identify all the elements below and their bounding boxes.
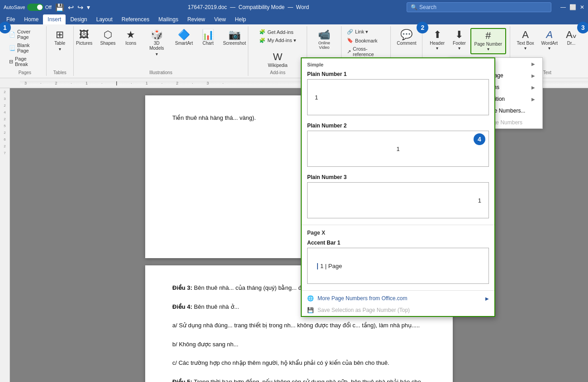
table-btn[interactable]: ⊞ Table ▾ [50,28,69,53]
wikipedia-icon: W [273,52,283,62]
autosave-area: AutoSave Off [4,4,52,11]
smartart-btn[interactable]: 🔷 SmartArt [173,28,195,47]
3d-models-btn[interactable]: 🎲 3D Models ▾ [144,28,169,58]
pictures-icon: 🖼 [79,30,89,40]
chevron-right-icon: ▶ [531,61,535,66]
wordart-btn[interactable]: A WordArt ▾ [538,28,561,52]
save-icon[interactable]: 💾 [55,3,64,12]
shapes-icon: ⬡ [104,30,112,40]
menu-view[interactable]: View [210,14,231,24]
autosave-toggle-knob [37,5,43,10]
menu-layout[interactable]: Layout [92,14,117,24]
globe-icon: 🌐 [307,295,314,302]
ribbon-group-illustrations: 🖼 Pictures ⬡ Shapes ★ Icons 🎲 3D Models … [74,26,249,76]
para-a: a/ Sử dụng nhà đúng... trang thiết bị tr… [172,321,426,330]
chart-icon: 📊 [202,30,214,40]
header-btn[interactable]: ⬆ Header ▾ [426,28,448,52]
menu-help[interactable]: Help [230,14,251,24]
bookmark-btn[interactable]: 🔖 Bookmark [345,37,379,44]
link-btn[interactable]: 🔗 Link ▾ [345,28,370,36]
comment-btn[interactable]: 💬 Comment [394,28,419,47]
table-icon: ⊞ [56,30,64,40]
search-bar[interactable]: 🔍 [407,2,551,12]
3d-dropdown-icon: ▾ [156,52,158,57]
video-icon: 📹 [318,30,330,40]
online-video-btn[interactable]: 📹 Online Video [311,28,337,52]
addins-group-label: Add-ins [248,70,307,75]
chevron-right-icon-4: ▶ [531,97,535,102]
menu-references[interactable]: References [117,14,154,24]
smartart-icon: 🔷 [178,30,190,40]
redo-icon[interactable]: ↪ [77,3,83,12]
gallery-more-numbers[interactable]: 🌐 More Page Numbers from Office.com ▶ [302,292,494,304]
title-bar: AutoSave Off 💾 ↩ ↪ ▾ 17647-2019.doc — Co… [0,0,588,14]
autosave-state: Off [45,5,52,10]
pages-group-label: Pages [4,70,46,75]
badge-3: 3 [577,22,588,33]
footer-icon: ⬇ [455,30,463,40]
menu-bar: File Home Insert Design Layout Reference… [0,14,588,24]
undo-icon[interactable]: ↩ [68,3,74,12]
icons-btn[interactable]: ★ Icons [121,28,140,47]
page-break-icon: ⊟ [9,59,13,65]
cover-page-btn[interactable]: 📄 Cover Page [7,28,43,41]
ribbon-group-addins: 🧩 Get Add-ins 🧩 My Add-ins ▾ W Wikipedia… [248,26,307,76]
restore-icon[interactable]: ⬜ [569,4,576,10]
menu-insert[interactable]: Insert [43,14,66,24]
document-title: 17647-2019.doc — Compatibility Mode — Wo… [94,4,403,10]
ribbon-group-tables: ⊞ Table ▾ Tables [47,26,74,76]
wikipedia-btn[interactable]: W Wikipedia [266,52,289,68]
link-icon: 🔗 [347,29,353,35]
ribbon-group-pages: 📄 Cover Page 📃 Blank Page ⊟ Page Break P… [4,26,47,76]
shapes-btn[interactable]: ⬡ Shapes [98,28,118,47]
screenshot-btn[interactable]: 📷 Screenshot [221,28,248,47]
chart-btn[interactable]: 📊 Chart [199,28,218,47]
window-controls: — ⬜ ✕ [560,4,584,10]
minimize-icon[interactable]: — [560,4,566,10]
footer-btn[interactable]: ⬇ Footer ▾ [449,28,469,52]
text-box-btn[interactable]: A Text Box ▾ [514,28,537,52]
page-number-icon: # [485,31,491,41]
cross-reference-icon: ↗ [347,49,351,55]
chevron-right-icon-3: ▶ [531,85,535,90]
comment-icon: 💬 [400,30,413,40]
menu-home[interactable]: Home [19,14,43,24]
gallery-plain-number-3[interactable]: Plain Number 3 1 [302,171,494,223]
gallery-accent-bar-1[interactable]: Accent Bar 1 | 1 | Page [302,237,494,288]
menu-mailings[interactable]: Mailings [154,14,183,24]
my-addins-icon: 🧩 [259,38,266,43]
cross-reference-btn[interactable]: ↗ Cross-reference [345,45,387,58]
autosave-toggle[interactable] [27,4,43,11]
more-icon[interactable]: ▾ [87,4,90,11]
search-input[interactable] [419,4,547,10]
autosave-label: AutoSave [4,5,25,10]
screenshot-icon: 📷 [228,30,241,40]
gallery-page-x-label: Page X [302,227,494,237]
table-dropdown-icon: ▾ [59,47,61,52]
dieu5: Điều 5: Trong thời hạn hợp đồng, nếu khô… [172,377,426,382]
document-area[interactable]: Tiền thuê nhà hàng thá... vàng). Điều 3:… [10,88,588,382]
icons-icon: ★ [126,30,135,40]
para-b: b/ Không được sang nh... [172,340,426,349]
wordart-icon: A [546,30,553,40]
menu-design[interactable]: Design [66,14,91,24]
gallery-save-selection: 💾 Save Selection as Page Number (Top) [302,304,494,316]
menu-review[interactable]: Review [183,14,209,24]
tables-group-label: Tables [47,70,73,75]
page-number-btn[interactable]: # Page Number ▾ [470,28,506,54]
gallery-plain-number-1[interactable]: Plain Number 1 1 [302,68,494,120]
main-area: 2324252627 Tiền thuê nhà hàng thá... vàn… [0,88,588,382]
blank-page-icon: 📃 [9,45,15,51]
gallery-plain-number-2[interactable]: Plain Number 2 1 4 [302,120,494,171]
close-icon[interactable]: ✕ [580,4,584,10]
get-addins-btn[interactable]: 🧩 Get Add-ins [257,28,295,36]
my-addins-btn[interactable]: 🧩 My Add-ins ▾ [257,37,298,44]
illustrations-group-label: Illustrations [74,70,248,75]
3d-icon: 🎲 [151,30,163,40]
pictures-btn[interactable]: 🖼 Pictures [74,28,94,47]
badge-4: 4 [474,133,485,145]
page-break-btn[interactable]: ⊟ Page Break [7,55,43,68]
save-selection-icon: 💾 [307,307,314,313]
para-c: c/ Các trường hợp cho nhập thêm người, h… [172,358,426,368]
blank-page-btn[interactable]: 📃 Blank Page [7,42,43,54]
